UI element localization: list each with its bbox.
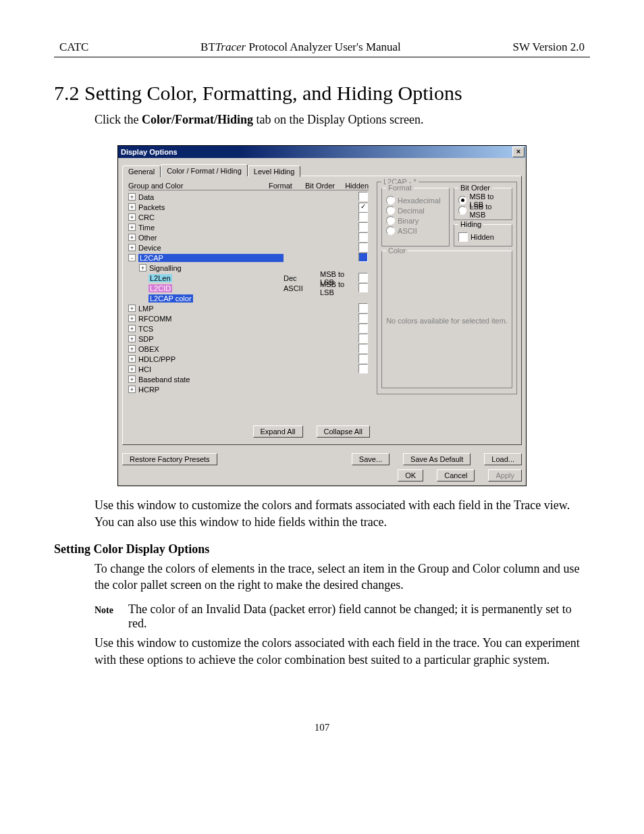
expand-icon[interactable]: + <box>128 224 136 231</box>
radio-icon <box>386 216 395 225</box>
tree-item-baseband[interactable]: +Baseband state <box>127 375 284 384</box>
expand-icon[interactable]: + <box>128 213 136 221</box>
tab-general[interactable]: General <box>122 165 161 177</box>
group-l2cap: L2CAP - * Format Hexadecimal Decimal Bin… <box>377 182 517 394</box>
expand-icon[interactable]: + <box>128 325 136 332</box>
tab-color-format-hiding[interactable]: Color / Format / Hiding <box>161 164 248 176</box>
radio-lsb[interactable]: LSB to MSB <box>458 205 508 215</box>
expand-icon[interactable]: + <box>128 315 136 322</box>
expand-icon[interactable]: + <box>128 365 136 373</box>
hidden-checkbox[interactable] <box>358 354 368 363</box>
expand-icon[interactable]: + <box>128 193 136 201</box>
expand-icon[interactable]: + <box>139 264 146 271</box>
bitorder-group: Bit Order MSB to LSB LSB to MSB <box>454 188 512 220</box>
tree-item-hci[interactable]: +HCI <box>127 365 284 373</box>
load-button[interactable]: Load... <box>484 453 522 465</box>
hidden-checkbox[interactable] <box>358 344 368 353</box>
tree-item-device[interactable]: +Device <box>127 244 284 252</box>
hiding-group: Hiding Hidden <box>454 224 512 246</box>
apply-button[interactable]: Apply <box>488 469 522 481</box>
close-icon[interactable]: × <box>512 147 525 157</box>
note-text: The color of an Invalid Data (packet err… <box>128 602 590 631</box>
subheading: Setting Color Display Options <box>54 542 590 556</box>
expand-all-button[interactable]: Expand All <box>253 425 303 438</box>
header-center: BTTracer Protocol Analyzer User's Manual <box>88 41 512 54</box>
header-left: CATC <box>59 41 88 54</box>
hidden-checkbox[interactable] <box>358 334 368 343</box>
hidden-checkbox[interactable] <box>358 192 368 201</box>
tree-item-l2cap-color[interactable]: L2CAP color <box>127 294 284 303</box>
ok-button[interactable]: OK <box>398 469 423 481</box>
tree-item-packets[interactable]: +Packets <box>127 203 284 211</box>
checkbox-icon[interactable] <box>458 232 468 242</box>
col-bitorder: Bit Order <box>305 182 342 190</box>
tab-level-hiding[interactable]: Level Hiding <box>248 165 301 177</box>
tree-item-obex[interactable]: +OBEX <box>127 345 284 353</box>
display-options-dialog: Display Options × General Color / Format… <box>117 145 527 486</box>
tab-strip: General Color / Format / Hiding Level Hi… <box>122 162 522 176</box>
hidden-checkbox[interactable] <box>358 242 368 252</box>
hidden-checkbox[interactable] <box>358 283 368 292</box>
hidden-checkbox[interactable] <box>358 222 368 232</box>
expand-icon[interactable]: + <box>128 244 136 251</box>
hidden-checkbox[interactable]: ✓ <box>358 203 368 212</box>
cancel-button[interactable]: Cancel <box>437 469 475 481</box>
para-2: To change the colors of elements in the … <box>95 561 590 594</box>
tree-item-hdlc[interactable]: +HDLC/PPP <box>127 355 284 363</box>
expand-icon[interactable]: + <box>128 355 136 363</box>
tree-item-time[interactable]: +Time <box>127 224 284 232</box>
para-1: Use this window to customize the colors … <box>95 497 590 530</box>
tree-item-lmp[interactable]: +LMP <box>127 305 284 313</box>
tree-item-sdp[interactable]: +SDP <box>127 335 284 343</box>
radio-dec[interactable]: Decimal <box>386 205 445 215</box>
tree-item-crc[interactable]: +CRC <box>127 213 284 221</box>
hidden-checkbox[interactable] <box>358 212 368 221</box>
col-hidden: Hidden <box>342 182 369 190</box>
dialog-title: Display Options <box>121 148 512 156</box>
restore-presets-button[interactable]: Restore Factory Presets <box>122 453 217 465</box>
hidden-checkbox[interactable] <box>358 303 368 313</box>
save-button[interactable]: Save... <box>352 453 390 465</box>
collapse-all-button[interactable]: Collapse All <box>317 425 370 438</box>
save-as-default-button[interactable]: Save As Default <box>403 453 471 465</box>
hidden-checkbox[interactable] <box>358 364 368 373</box>
section-heading: 7.2 Setting Color, Formatting, and Hidin… <box>54 82 590 105</box>
expand-icon[interactable]: + <box>128 375 136 383</box>
tree-item-other[interactable]: +Other <box>127 234 284 242</box>
tree-item-signalling[interactable]: +Signalling <box>127 264 284 272</box>
tree-item-l2len[interactable]: L2Len <box>127 274 284 282</box>
hidden-checkbox[interactable] <box>358 253 368 262</box>
tree-item-tcs[interactable]: +TCS <box>127 325 284 333</box>
hidden-checkbox[interactable] <box>358 323 368 333</box>
expand-icon[interactable]: + <box>128 345 136 353</box>
hidden-checkbox[interactable] <box>358 273 368 282</box>
radio-icon <box>386 226 395 235</box>
radio-hex[interactable]: Hexadecimal <box>386 195 445 205</box>
expand-icon[interactable]: + <box>128 386 136 393</box>
radio-icon <box>386 206 395 215</box>
para-3: Use this window to customize the colors … <box>95 635 590 668</box>
collapse-icon[interactable]: - <box>128 254 136 261</box>
hidden-checkbox-row[interactable]: Hidden <box>458 232 508 242</box>
radio-bin[interactable]: Binary <box>386 215 445 226</box>
tree-header: Group and Color Format Bit Order Hidden <box>127 182 370 192</box>
expand-icon[interactable]: + <box>128 335 136 342</box>
intro-line: Click the Color/Format/Hiding tab on the… <box>95 111 590 128</box>
radio-icon <box>458 196 466 205</box>
tree-item-l2cap[interactable]: -L2CAP <box>127 254 284 262</box>
expand-icon[interactable]: + <box>128 234 136 241</box>
tree-item-hcrp[interactable]: +HCRP <box>127 386 284 394</box>
tree-item-data[interactable]: +Data <box>127 193 284 201</box>
col-group: Group and Color <box>128 182 269 190</box>
hidden-checkbox[interactable] <box>358 313 368 323</box>
tree-item-rfcomm[interactable]: +RFCOMM <box>127 315 284 323</box>
page-number: 107 <box>54 722 590 733</box>
tree-item-l2cid[interactable]: L2CID <box>127 284 284 292</box>
expand-icon[interactable]: + <box>128 305 136 312</box>
radio-icon <box>386 196 395 205</box>
radio-ascii[interactable]: ASCII <box>386 226 445 236</box>
header-right: SW Version 2.0 <box>512 41 585 54</box>
hidden-checkbox[interactable] <box>358 232 368 242</box>
expand-icon[interactable]: + <box>128 203 136 211</box>
format-group: Format Hexadecimal Decimal Binary ASCII <box>381 188 450 246</box>
